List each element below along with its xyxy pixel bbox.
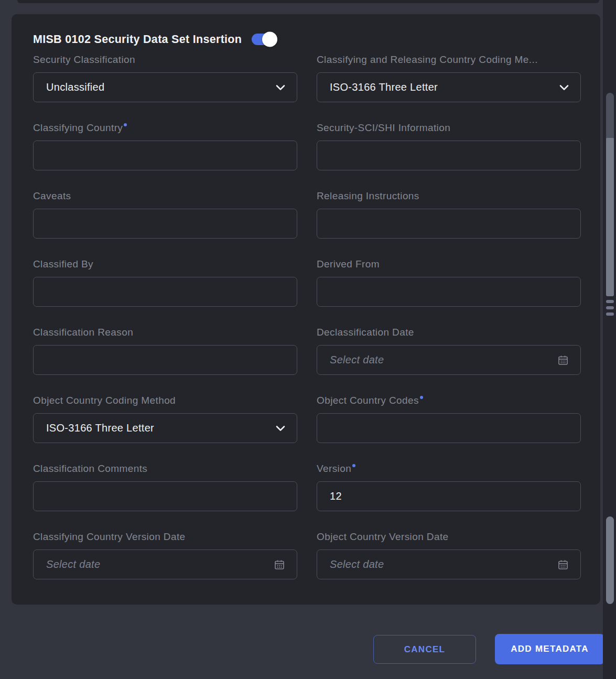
scrollbar-thumb[interactable] (606, 138, 614, 296)
security-sci-shi-information-input[interactable] (317, 141, 581, 170)
field-object-country-version-date: Object Country Version DateSelect date (317, 531, 581, 579)
form-column-right: Classifying and Releasing Country Coding… (317, 54, 581, 599)
classification-reason-input[interactable] (33, 345, 297, 375)
field-label-text: Classifying Country (33, 122, 123, 133)
field-label-text: Classifying and Releasing Country Coding… (317, 54, 538, 65)
field-value-text: Unclassified (46, 81, 104, 93)
chevron-down-icon (276, 84, 285, 90)
object-country-coding-method-select[interactable]: ISO-3166 Three Letter (33, 413, 297, 443)
cancel-button[interactable]: CANCEL (373, 635, 476, 664)
date-placeholder-text: Select date (330, 354, 384, 366)
scrollbar-grip-dash (606, 306, 614, 309)
add-metadata-button[interactable]: ADD METADATA (495, 634, 604, 664)
toggle-knob-icon (262, 32, 277, 47)
field-label-version: Version (317, 463, 581, 475)
field-derived-from: Derived From (317, 258, 581, 307)
classification-comments-input[interactable] (33, 481, 297, 511)
field-caveats: Caveats (33, 190, 297, 239)
derived-from-input[interactable] (317, 277, 581, 307)
calendar-icon[interactable] (557, 354, 569, 366)
field-classifying-releasing-country-coding-method: Classifying and Releasing Country Coding… (317, 54, 581, 102)
field-label-text: Version (317, 463, 351, 474)
calendar-icon[interactable] (274, 559, 285, 570)
scrollbar-grip-dash (606, 312, 614, 316)
field-label-text: Derived From (317, 258, 380, 270)
security-classification-select[interactable]: Unclassified (33, 72, 297, 102)
field-label-text: Releasing Instructions (317, 190, 419, 201)
field-label-text: Security-SCI/SHI Information (317, 122, 450, 133)
field-label-text: Classifying Country Version Date (33, 531, 186, 542)
declassification-date-date-input[interactable]: Select date (317, 345, 581, 375)
field-label-text: Classified By (33, 258, 93, 270)
field-label-text: Object Country Coding Method (33, 395, 176, 406)
field-label-text: Caveats (33, 190, 71, 201)
classifying-releasing-country-coding-method-select[interactable]: ISO-3166 Three Letter (317, 72, 581, 102)
misb-0102-security-form-panel: MISB 0102 Security Data Set Insertion Se… (12, 14, 600, 605)
form-columns: Security ClassificationUnclassifiedClass… (33, 54, 581, 599)
releasing-instructions-input[interactable] (317, 209, 581, 239)
date-placeholder-text: Select date (46, 558, 100, 570)
field-object-country-codes: Object Country Codes (317, 395, 581, 443)
classifying-country-version-date-date-input[interactable]: Select date (33, 549, 297, 579)
field-label-object-country-coding-method: Object Country Coding Method (33, 395, 297, 406)
field-value-text: ISO-3166 Three Letter (330, 81, 438, 93)
field-label-classifying-releasing-country-coding-method: Classifying and Releasing Country Coding… (317, 54, 581, 66)
field-releasing-instructions: Releasing Instructions (317, 190, 581, 239)
field-label-classifying-country-version-date: Classifying Country Version Date (33, 531, 297, 543)
field-label-releasing-instructions: Releasing Instructions (317, 190, 581, 202)
vertical-scrollbar-track[interactable] (603, 0, 616, 679)
field-label-caveats: Caveats (33, 190, 297, 202)
scrollbar-thumb-lower[interactable] (606, 516, 614, 604)
required-dot-icon (420, 396, 423, 399)
scrollbar-grip-dash (606, 300, 614, 303)
chevron-down-icon (559, 84, 569, 90)
classified-by-input[interactable] (33, 277, 297, 307)
field-classifying-country: Classifying Country (33, 122, 297, 170)
field-value-text: 12 (330, 490, 342, 502)
field-label-classification-reason: Classification Reason (33, 327, 297, 338)
field-label-classifying-country: Classifying Country (33, 122, 297, 134)
form-column-left: Security ClassificationUnclassifiedClass… (33, 54, 297, 599)
classifying-country-input[interactable] (33, 141, 297, 170)
field-label-classification-comments: Classification Comments (33, 463, 297, 475)
field-value-text: ISO-3166 Three Letter (46, 422, 154, 434)
chevron-down-icon (276, 425, 285, 431)
field-label-text: Security Classification (33, 54, 135, 65)
field-security-classification: Security ClassificationUnclassified (33, 54, 297, 102)
field-label-derived-from: Derived From (317, 258, 581, 270)
field-label-text: Object Country Version Date (317, 531, 449, 542)
version-input[interactable]: 12 (317, 481, 581, 511)
caveats-input[interactable] (33, 209, 297, 239)
field-label-classified-by: Classified By (33, 258, 297, 270)
required-dot-icon (124, 123, 127, 126)
field-object-country-coding-method: Object Country Coding MethodISO-3166 Thr… (33, 395, 297, 443)
field-label-text: Classification Reason (33, 327, 133, 338)
required-dot-icon (352, 464, 355, 467)
field-label-text: Declassification Date (317, 327, 414, 338)
field-label-security-classification: Security Classification (33, 54, 297, 66)
panel-title-row: MISB 0102 Security Data Set Insertion (33, 31, 581, 47)
misb-0102-insertion-toggle[interactable] (252, 34, 276, 45)
panel-title: MISB 0102 Security Data Set Insertion (33, 33, 242, 46)
field-classification-reason: Classification Reason (33, 327, 297, 375)
field-label-text: Classification Comments (33, 463, 147, 474)
field-security-sci-shi-information: Security-SCI/SHI Information (317, 122, 581, 170)
field-classifying-country-version-date: Classifying Country Version DateSelect d… (33, 531, 297, 579)
field-label-text: Object Country Codes (317, 395, 419, 406)
field-label-declassification-date: Declassification Date (317, 327, 581, 338)
date-placeholder-text: Select date (330, 558, 384, 570)
field-declassification-date: Declassification DateSelect date (317, 327, 581, 375)
field-label-security-sci-shi-information: Security-SCI/SHI Information (317, 122, 581, 134)
field-label-object-country-codes: Object Country Codes (317, 395, 581, 406)
field-classification-comments: Classification Comments (33, 463, 297, 511)
calendar-icon[interactable] (557, 559, 569, 570)
field-label-object-country-version-date: Object Country Version Date (317, 531, 581, 543)
object-country-codes-input[interactable] (317, 413, 581, 443)
previous-panel-bottom-edge (17, 0, 599, 3)
field-classified-by: Classified By (33, 258, 297, 307)
scrollbar-thumb-upper[interactable] (606, 93, 614, 139)
field-version: Version12 (317, 463, 581, 511)
object-country-version-date-date-input[interactable]: Select date (317, 549, 581, 579)
